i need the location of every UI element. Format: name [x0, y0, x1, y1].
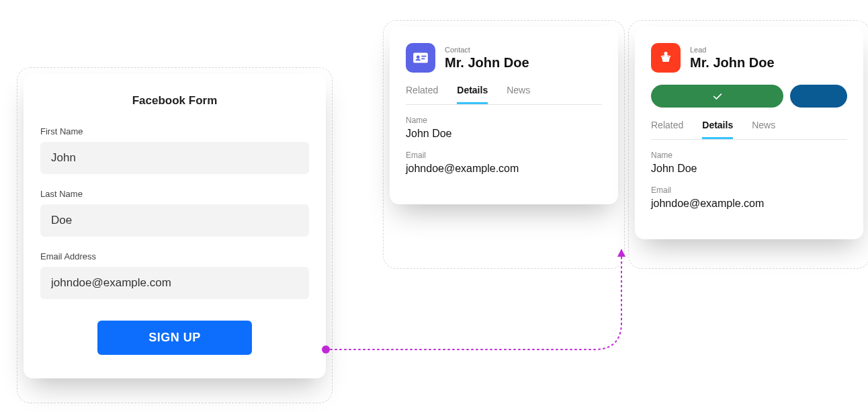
lead-type-label: Lead: [690, 46, 775, 54]
email-input[interactable]: [40, 267, 309, 299]
svg-rect-3: [421, 58, 425, 60]
lead-tabs: Related Details News: [651, 120, 847, 140]
lead-card: Lead Mr. John Doe Related Details News N…: [635, 27, 863, 239]
lead-next-button[interactable]: [790, 85, 847, 108]
svg-marker-6: [617, 249, 625, 257]
last-name-label: Last Name: [40, 189, 309, 199]
lead-complete-button[interactable]: [651, 85, 783, 108]
contact-email-label: Email: [406, 151, 602, 160]
lead-icon: [651, 43, 681, 73]
contact-title-name: Mr. John Doe: [445, 55, 529, 71]
tab-details[interactable]: Details: [457, 85, 488, 104]
flow-connector: [326, 249, 642, 356]
form-title: Facebook Form: [40, 94, 309, 108]
svg-point-4: [664, 52, 667, 55]
tab-related[interactable]: Related: [651, 120, 683, 139]
first-name-label: First Name: [40, 126, 309, 136]
tab-details[interactable]: Details: [702, 120, 733, 139]
svg-rect-2: [421, 56, 427, 57]
last-name-input[interactable]: [40, 204, 309, 237]
email-label: Email Address: [40, 251, 309, 261]
facebook-form-card: Facebook Form First Name Last Name Email…: [24, 74, 326, 378]
contact-name-label: Name: [406, 116, 602, 125]
lead-email-value: johndoe@example.com: [651, 198, 847, 210]
lead-name-value: John Doe: [651, 163, 847, 175]
lead-name-label: Name: [651, 151, 847, 160]
svg-rect-0: [413, 52, 428, 63]
lead-title-name: Mr. John Doe: [690, 55, 775, 71]
contact-type-label: Contact: [445, 46, 529, 54]
check-icon: [711, 89, 724, 103]
contact-icon: [406, 43, 435, 73]
first-name-input[interactable]: [40, 142, 309, 174]
contact-tabs: Related Details News: [406, 85, 602, 105]
tab-news[interactable]: News: [507, 85, 530, 104]
contact-email-value: johndoe@example.com: [406, 163, 602, 175]
tab-news[interactable]: News: [752, 120, 775, 139]
svg-point-1: [417, 56, 420, 59]
contact-name-value: John Doe: [406, 128, 602, 140]
signup-button[interactable]: SIGN UP: [97, 321, 252, 355]
tab-related[interactable]: Related: [406, 85, 438, 104]
contact-card: Contact Mr. John Doe Related Details New…: [390, 27, 618, 204]
lead-email-label: Email: [651, 186, 847, 195]
